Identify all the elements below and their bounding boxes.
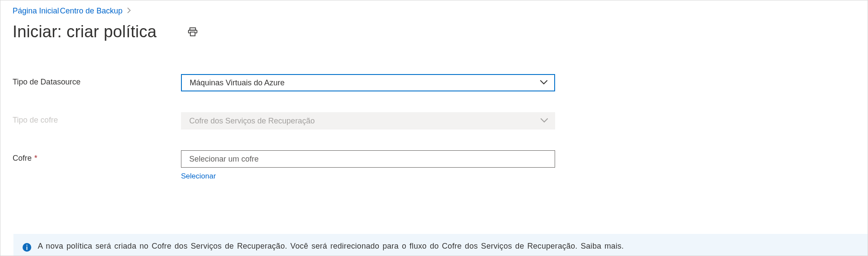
vault-field[interactable]: Selecionar um cofre: [181, 150, 555, 168]
vault-select-link[interactable]: Selecionar: [181, 172, 216, 181]
breadcrumb-home-link[interactable]: Página Inicial: [13, 6, 59, 16]
vault-type-value: Cofre dos Serviços de Recuperação: [189, 117, 315, 126]
chevron-down-icon: [540, 117, 549, 126]
datasource-type-select[interactable]: Máquinas Virtuais do Azure: [181, 74, 555, 91]
title-row: Iniciar: criar política: [0, 18, 868, 54]
datasource-type-value: Máquinas Virtuais do Azure: [190, 78, 285, 87]
chevron-down-icon: [539, 78, 548, 87]
row-vault: Cofre* Selecionar um cofre Selecionar: [13, 150, 855, 181]
vault-placeholder: Selecionar um cofre: [189, 155, 259, 164]
chevron-right-icon: [127, 7, 131, 15]
label-datasource-type: Tipo de Datasource: [13, 74, 181, 87]
form: Tipo de Datasource Máquinas Virtuais do …: [0, 54, 868, 181]
info-icon: [22, 243, 32, 252]
svg-rect-3: [26, 246, 27, 250]
required-indicator: *: [34, 154, 37, 162]
page-title: Iniciar: criar política: [13, 23, 157, 41]
info-text: A nova política será criada no Cofre dos…: [38, 242, 624, 251]
info-bar: A nova política será criada no Cofre dos…: [13, 234, 868, 256]
breadcrumb-backup-center-link[interactable]: Centro de Backup: [60, 6, 122, 16]
label-vault: Cofre*: [13, 150, 181, 163]
print-icon[interactable]: [187, 26, 198, 38]
svg-rect-1: [191, 32, 195, 36]
vault-type-select: Cofre dos Serviços de Recuperação: [181, 112, 555, 130]
label-vault-type: Tipo de cofre: [13, 112, 181, 125]
row-datasource-type: Tipo de Datasource Máquinas Virtuais do …: [13, 74, 855, 91]
svg-rect-4: [26, 245, 27, 246]
row-vault-type: Tipo de cofre Cofre dos Serviços de Recu…: [13, 112, 855, 130]
info-learn-more-link[interactable]: Saiba mais.: [581, 242, 624, 250]
breadcrumb: Página Inicial Centro de Backup: [0, 0, 868, 18]
